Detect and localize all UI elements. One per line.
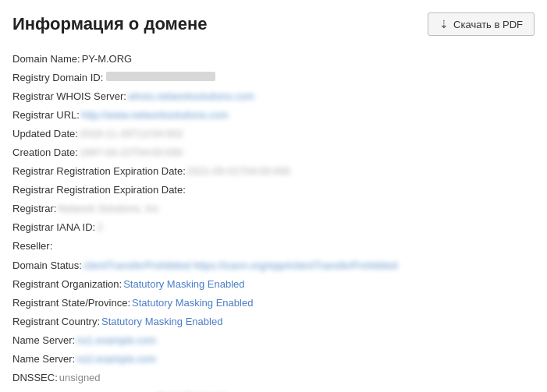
- table-row: Creation Date: 1997-04-22T04:00:000: [12, 143, 535, 162]
- field-value-link[interactable]: clientTransferProhibited https://icann.o…: [83, 256, 397, 275]
- field-label: Registrar Registration Expiration Date:: [12, 162, 186, 181]
- table-row: Registrar URL: http://www.networksolutio…: [12, 106, 535, 125]
- field-value: abuse@nsi.com: [155, 387, 228, 392]
- download-pdf-button[interactable]: ⇣ Скачать в PDF: [428, 12, 535, 36]
- page-title: Информация о домене: [12, 14, 208, 34]
- table-row: Registrant Country: Statutory Masking En…: [12, 313, 535, 331]
- field-value: 1997-04-22T04:00:000: [80, 143, 183, 162]
- field-value-link[interactable]: Statutory Masking Enabled: [123, 275, 244, 294]
- field-label: Creation Date:: [12, 143, 78, 162]
- field-label: Registrant State/Province:: [12, 294, 130, 313]
- field-label: Domain Name:: [12, 50, 80, 69]
- field-value-link[interactable]: ns1.example.com: [76, 331, 156, 350]
- table-row: Domain Name: PY-M.ORG: [12, 50, 535, 69]
- table-row: Registrar Registration Expiration Date:: [12, 181, 535, 200]
- field-value-redacted: [106, 72, 215, 81]
- field-label: Updated Date:: [12, 125, 78, 143]
- field-label: Registrar Registration Expiration Date:: [12, 181, 186, 200]
- field-value-link[interactable]: Statutory Masking Enabled: [101, 313, 222, 331]
- table-row: Reseller:: [12, 237, 535, 256]
- field-label: Registrant Country:: [12, 313, 100, 331]
- table-row: Registrar Registration Expiration Date: …: [12, 162, 535, 181]
- table-row: Updated Date: 2018-11-20T13:54:002: [12, 125, 535, 143]
- field-value: PY-M.ORG: [82, 50, 133, 69]
- field-value: 2021-05-01T04:00:000: [187, 162, 290, 181]
- field-label: Registrar WHOIS Server:: [12, 87, 126, 106]
- field-value-link[interactable]: ns2.example.com: [76, 350, 156, 369]
- table-row: Registrar WHOIS Server: whois.networksol…: [12, 87, 535, 106]
- field-value-link[interactable]: whois.networksolutions.com: [128, 87, 254, 106]
- field-label: Registrar URL:: [12, 106, 80, 125]
- field-label: Domain Status:: [12, 256, 82, 275]
- field-label: Registrar Abuse Contact Email:: [12, 387, 154, 392]
- table-row: Registry Domain ID:: [12, 69, 535, 87]
- page-header: Информация о домене ⇣ Скачать в PDF: [12, 12, 535, 36]
- field-label: Registrar:: [12, 200, 56, 218]
- table-row: Registrant Organization: Statutory Maski…: [12, 275, 535, 294]
- field-label: Name Server:: [12, 350, 75, 369]
- table-row: Domain Status: clientTransferProhibited …: [12, 256, 535, 275]
- field-label: Registrant Organization:: [12, 275, 122, 294]
- field-value: 2018-11-20T13:54:002: [80, 125, 183, 143]
- field-value-link[interactable]: http://www.networksolutions.com: [81, 106, 229, 125]
- download-icon: ⇣: [439, 18, 449, 30]
- field-label: Registry Domain ID:: [12, 69, 103, 87]
- table-row: Registrar: Network Solutions, Inc: [12, 200, 535, 218]
- field-value-link[interactable]: Statutory Masking Enabled: [132, 294, 253, 313]
- table-row: Registrar IANA ID: 2: [12, 218, 535, 237]
- field-label: DNSSEC:: [12, 369, 58, 387]
- table-row: DNSSEC: unsigned: [12, 369, 535, 387]
- field-value: Network Solutions, Inc: [58, 200, 158, 218]
- table-row: Registrant State/Province: Statutory Mas…: [12, 294, 535, 313]
- table-row: Name Server: ns2.example.com: [12, 350, 535, 369]
- field-label: Reseller:: [12, 237, 52, 256]
- field-value: unsigned: [59, 369, 101, 387]
- field-label: Name Server:: [12, 331, 75, 350]
- download-label: Скачать в PDF: [453, 19, 523, 30]
- table-row: Registrar Abuse Contact Email: abuse@nsi…: [12, 387, 535, 392]
- domain-info-table: Domain Name: PY-M.ORGRegistry Domain ID:…: [12, 50, 535, 392]
- field-value: 2: [97, 218, 102, 237]
- field-label: Registrar IANA ID:: [12, 218, 95, 237]
- table-row: Name Server: ns1.example.com: [12, 331, 535, 350]
